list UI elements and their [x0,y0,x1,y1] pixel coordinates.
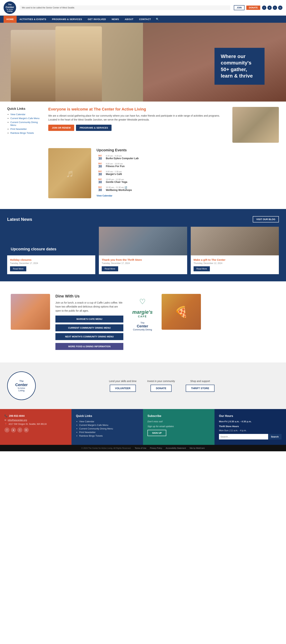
visit-blog-button[interactable]: VISIT OUR BLOG [253,216,279,222]
news-card-3-read-more[interactable]: Read More [194,266,210,271]
nav-get-involved[interactable]: GET INVOLVED [85,16,109,23]
footer-privacy-link[interactable]: Privacy Policy [150,447,162,449]
logo-living: Living [18,389,24,392]
news-card-1-subtitle: Holiday closures [10,258,92,261]
event-name: Fitness For Fun [106,165,125,168]
footer-hours-title: Our Hours [219,414,282,418]
social-icons: f ● t in [262,6,283,10]
dine-section-wrapper: Dine With Us Join us for lunch, a snack … [0,281,286,362]
footer-instagram-icon[interactable]: ● [11,428,16,432]
footer-search-input[interactable] [219,434,268,440]
event-date: DEC 30 [97,178,104,184]
programs-services-button[interactable]: PROGRAMS & SERVICES [76,125,112,131]
events-section: ♬ Upcoming Events DEC 30 8:30 am - 4:20 … [48,148,279,198]
footer-email[interactable]: info@wscenter.org [8,419,27,422]
footer-terms-link[interactable]: Terms of Use [135,447,146,449]
dine-buttons: MARGIE'S CAFE MENU CURRENT COMMUNITY DIN… [55,316,123,340]
footer-link-margie-menu[interactable]: Current Margie's Cafe Menu [79,424,108,426]
footer-phone: 📞 206-932-4044 [4,414,67,417]
footer-webcami-link[interactable]: Site by WebCami [189,447,205,449]
list-item: View Calendar [79,420,139,423]
twitter-icon[interactable]: t [273,6,277,10]
news-card-3-body: Make a gift to The Center Thursday, Dece… [191,256,279,274]
join-renew-button[interactable]: JOIN OR RENEW [48,125,74,131]
facebook-icon[interactable]: f [262,6,266,10]
next-month-menu-button[interactable]: NEXT MONTH'S COMMUNITY DINING MENU [55,333,123,340]
view-calendar-link[interactable]: View Calendar [97,194,113,197]
list-item: Current Community Dining Menu [10,121,43,126]
footer-linkedin-icon[interactable]: in [24,428,29,432]
event-time: 8:30 am - 4:20 pm [106,155,139,157]
footer-facebook-icon[interactable]: f [4,428,9,432]
margie-icon: ♡ [139,298,146,306]
news-card-2-image [99,227,187,256]
more-food-button[interactable]: MORE FOOD & DINING INFORMATION [55,343,123,350]
quick-link-newsletter[interactable]: Print Newsletter [10,128,27,130]
nav-programs[interactable]: PROGRAMS & SERVICES [49,16,85,23]
event-time: 9:00 am - 1:30 pm [106,170,122,173]
donate-get-involved-button[interactable]: DONATE [150,385,172,392]
news-card-2-read-more[interactable]: Read More [102,266,118,271]
linkedin-icon[interactable]: in [278,6,283,10]
instagram-icon[interactable]: ● [268,6,272,10]
volunteer-button[interactable]: VOLUNTEER [110,385,136,392]
top-bar: The Center for Active Living We used to … [0,0,286,16]
community-dining-label: Community Dining [133,328,152,331]
dine-food-photo: 🍕 [161,294,201,330]
welcome-buttons: JOIN OR RENEW PROGRAMS & SERVICES [48,125,227,131]
dine-text: Dine With Us Join us for lunch, a snack … [55,294,123,350]
event-date: DEC 30 [97,170,104,176]
logo-text-center: Center [5,6,14,8]
welcome-body: We are a vibrant social gathering place … [48,114,227,122]
nav-news[interactable]: NEWS [109,16,122,23]
phone-icon: 📞 [4,414,7,417]
footer-logo: The Center for Active Living [7,372,36,400]
news-card-1-read-more[interactable]: Read More [10,266,26,271]
nav-contact[interactable]: CONTACT [136,16,154,23]
quick-link-margie-menu[interactable]: Current Margie's Cafe Menu [10,117,39,120]
nav-home[interactable]: HOME [3,16,17,23]
footer-link-community-menu[interactable]: Current Community Dining Menu [79,427,113,430]
nav-activities[interactable]: ACTIVITIES & EVENTS [17,16,49,23]
sign-up-button[interactable]: SIGN UP [147,430,166,436]
margie-logo: margie's CAFÉ [132,309,153,318]
community-menu-button[interactable]: CURRENT COMMUNITY DINING MENU [55,324,123,331]
footer-main-hours: Mon-Fri | 8:30 a.m. - 4:30 p.m. [219,420,282,423]
event-month: DEC [97,170,104,172]
location-icon: 📍 [4,423,7,425]
footer-link-bingo[interactable]: Rainbow Bingo Tickets [79,434,103,437]
hero-person-2 [55,26,102,102]
footer-accessibility-link[interactable]: Accessibility Statement [166,447,186,449]
quick-link-community-menu[interactable]: Current Community Dining Menu [10,121,38,126]
list-item: Current Margie's Cafe Menu [10,117,43,120]
quick-link-bingo[interactable]: Rainbow Bingo Tickets [10,132,34,134]
food-image: 🍕 [161,294,201,330]
thrift-store-button[interactable]: THRIFT STORE [186,385,215,392]
donate-button[interactable]: DONATE [246,6,260,10]
margie-menu-button[interactable]: MARGIE'S CAFE MENU [55,316,123,322]
events-list: Upcoming Events DEC 30 8:30 am - 4:20 pm… [97,148,279,198]
site-logo[interactable]: The Center for Active Living [3,2,16,14]
logo-text-the: The [8,4,12,6]
hero-section: Where our community's 50+ gather, learn … [0,23,286,102]
list-item: Current Margie's Cafe Menu [79,424,139,426]
event-day: 30 [97,157,104,160]
footer-search-button[interactable]: Search [268,434,282,440]
dine-heading: Dine With Us [55,294,123,298]
event-info: 10:30 am - 11:30 am 🔄 Wellbeing Workshop… [106,186,132,192]
search-icon[interactable]: 🔍 [154,16,161,23]
join-button[interactable]: JOIN [234,5,245,10]
quick-links-sidebar: Quick Links View Calendar Current Margie… [7,107,43,204]
footer-grid: 📞 206-932-4044 ✉ info@wscenter.org 📍 421… [0,409,286,445]
footer-hours-col: Our Hours Mon-Fri | 8:30 a.m. - 4:30 p.m… [215,409,286,445]
nav-about[interactable]: ABOUT [122,16,136,23]
hero-people [0,23,157,102]
footer-link-newsletter[interactable]: Print Newsletter [79,431,96,434]
footer-quick-links-list: View Calendar Current Margie's Cafe Menu… [76,420,139,437]
footer-twitter-icon[interactable]: t [17,428,22,432]
event-month: DEC [97,155,104,157]
hero-person-1 [11,30,61,102]
quick-link-calendar[interactable]: View Calendar [10,113,25,116]
footer-link-calendar[interactable]: View Calendar [79,420,94,423]
news-card-2: Thank you from the Thrift Store Tuesday,… [99,227,187,274]
